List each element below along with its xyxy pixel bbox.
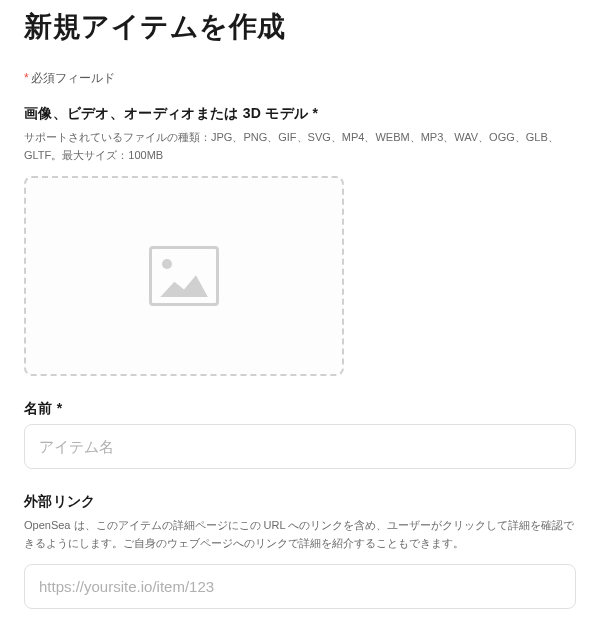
- upload-field-group: 画像、ビデオ、オーディオまたは 3D モデル * サポートされているファイルの種…: [24, 105, 576, 376]
- required-note-text: 必須フィールド: [31, 71, 115, 85]
- name-label: 名前 *: [24, 400, 576, 418]
- image-placeholder-icon: [149, 246, 219, 306]
- external-link-input[interactable]: [24, 564, 576, 609]
- upload-dropzone[interactable]: [24, 176, 344, 376]
- required-note: *必須フィールド: [24, 70, 576, 87]
- external-link-help: OpenSea は、このアイテムの詳細ページにこの URL へのリンクを含め、ユ…: [24, 517, 576, 552]
- external-link-field-group: 外部リンク OpenSea は、このアイテムの詳細ページにこの URL へのリン…: [24, 493, 576, 609]
- name-input[interactable]: [24, 424, 576, 469]
- page-title: 新規アイテムを作成: [24, 8, 576, 46]
- upload-help: サポートされているファイルの種類：JPG、PNG、GIF、SVG、MP4、WEB…: [24, 129, 576, 164]
- external-link-label: 外部リンク: [24, 493, 576, 511]
- asterisk-icon: *: [24, 71, 29, 85]
- upload-label: 画像、ビデオ、オーディオまたは 3D モデル *: [24, 105, 576, 123]
- name-field-group: 名前 *: [24, 400, 576, 469]
